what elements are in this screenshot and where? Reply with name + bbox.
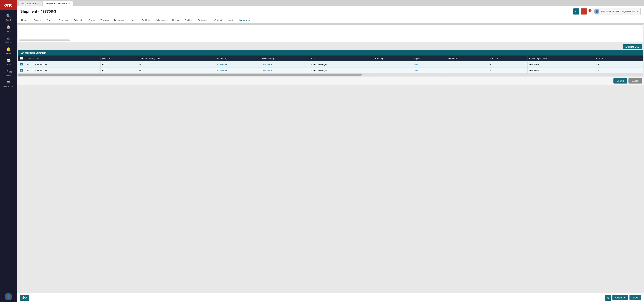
col-checkbox [18, 56, 25, 62]
tab-other-info[interactable]: Other Info [56, 17, 71, 24]
close-button[interactable]: ✕ [581, 8, 587, 14]
row1-sender-link[interactable]: PrivateFleet [216, 63, 227, 66]
tab-messages[interactable]: Messages [237, 17, 253, 24]
tab-packing[interactable]: Packing [182, 17, 195, 24]
sidebar-label-alerts: Alerts [6, 52, 11, 54]
tab-holds[interactable]: Holds [128, 17, 139, 24]
row1-receiver-link[interactable]: CustomerA [262, 63, 272, 66]
row1-sender-org: PrivateFleet [215, 62, 260, 68]
row2-sender-link[interactable]: PrivateFleet [216, 69, 227, 72]
row2-checkbox[interactable] [20, 69, 23, 72]
actions-label: Actions [615, 296, 622, 299]
tab-alerts[interactable]: Alerts [226, 17, 236, 24]
chats-icon: 💬 [6, 58, 11, 63]
sidebar-item-switch[interactable]: ⇄ ⊞ Switch [0, 68, 17, 78]
row2-payload: View [412, 68, 446, 74]
refresh-button[interactable]: ↻ [573, 8, 579, 14]
row2-payload-link[interactable]: View [414, 69, 418, 72]
menus-icon: ☰ [7, 81, 10, 85]
cancel-button[interactable]: Cancel [628, 78, 642, 84]
save-button[interactable]: Save [630, 295, 641, 300]
col-interchange-ctrl: Interchange Ctrl No [528, 56, 594, 62]
col-sender-org: Sender Org [215, 56, 260, 62]
tab-references[interactable]: References [195, 17, 212, 24]
sidebar-item-alerts[interactable]: 🔔 Alerts [0, 45, 17, 56]
sidebar-item-home[interactable]: 🏠 Home [0, 23, 17, 34]
row1-func-ctrl: 159... [594, 62, 643, 68]
col-creation-date: Creation Date [25, 56, 100, 62]
tab-shipment[interactable]: Shipment - 477708-3 ✕ [43, 1, 73, 6]
row1-interchange-ctrl: 000158966 [528, 62, 594, 68]
tab-carrier[interactable]: Carrier [86, 17, 98, 24]
user-avatar-sidebar[interactable]: 👤 [5, 293, 12, 300]
tab-tracking[interactable]: Tracking [98, 17, 112, 24]
sidebar-item-chats[interactable]: 💬 Chats [0, 56, 17, 68]
app-logo[interactable]: one [0, 0, 17, 10]
sidebar-item-problems[interactable]: ⚠ Problems [0, 34, 17, 45]
tab-neo-dashboard[interactable]: Neo Dashboard ✕ [18, 1, 42, 6]
select-all-checkbox[interactable] [20, 57, 23, 60]
actions-button[interactable]: Actions ▼ [612, 295, 628, 300]
row2-error-msg [373, 68, 412, 74]
tab-problems[interactable]: Problems [139, 17, 154, 24]
tab-history[interactable]: History [170, 17, 182, 24]
sidebar-item-menus[interactable]: ☰ Menus/Favs [0, 78, 17, 90]
row1-error-msg [373, 62, 412, 68]
close-shipment-tab[interactable]: ✕ [68, 2, 70, 5]
header-bar: Shipment - 477708-3 ↻ ✕ ≡ ★ 👤 TMS.TRANSP… [17, 6, 644, 17]
bottom-left: 💬➤ [20, 295, 29, 301]
sidebar-label-home: Home [6, 30, 11, 32]
row1-ack-trans: -- [488, 62, 528, 68]
top-tab-bar: Neo Dashboard ✕ Shipment - 477708-3 ✕ [17, 0, 644, 6]
user-dropdown-arrow: ▼ [637, 10, 639, 13]
row1-checkbox[interactable] [20, 63, 23, 66]
col-receiver-org: Receiver Org [260, 56, 309, 62]
switch-sub-icon: ⊞ [9, 70, 12, 74]
row1-creation-date: 01/17/22 2:39 AM CST [25, 62, 100, 68]
tab-schedule[interactable]: Schedule [71, 17, 86, 24]
user-info-panel[interactable]: 👤 TMS.TRANSPORTATION_MANAGER ▼ [592, 8, 640, 15]
problems-icon: ⚠ [7, 36, 10, 40]
col-direction: Direction [100, 56, 137, 62]
copy-button[interactable]: ⧉ [605, 295, 611, 301]
tab-codes[interactable]: Codes [44, 17, 56, 24]
row2-state: Not Acknowledged [309, 68, 373, 74]
export-csv-button[interactable]: Export to CSV [623, 44, 642, 49]
user-name: TMS.TRANSPORTATION_MANAGER [601, 10, 636, 13]
user-avatar: 👤 [594, 9, 600, 14]
tab-milestones[interactable]: Milestones [154, 17, 170, 24]
sidebar-item-search[interactable]: 🔍 Search [0, 12, 17, 23]
search-icon: 🔍 [6, 14, 11, 18]
export-row: Export to CSV [17, 44, 644, 50]
page-title: Shipment - 477708-3 [20, 9, 56, 14]
row1-payload: View [412, 62, 446, 68]
col-payload: Payload [412, 56, 446, 62]
sidebar-label-search: Search [6, 19, 12, 21]
sidebar-label-switch: Switch [6, 74, 11, 76]
row2-receiver-link[interactable]: CustomerA [262, 69, 272, 72]
row1-payload-link[interactable]: View [414, 63, 418, 66]
close-neo-dashboard[interactable]: ✕ [38, 2, 40, 5]
bottom-bar: 💬➤ ⧉ Actions ▼ Save [17, 293, 644, 302]
menu-button[interactable]: ≡ ★ [589, 10, 591, 14]
row1-direction: OUT [100, 62, 137, 68]
top-panel-scrollbar[interactable] [19, 40, 70, 41]
sidebar: one 🔍 Search 🏠 Home ⚠ Problems 🔔 Alerts … [0, 0, 17, 302]
row1-checkbox-cell [18, 62, 25, 68]
submit-button[interactable]: Submit [614, 78, 627, 84]
notification-badge: ★ [588, 8, 592, 12]
home-icon: 🏠 [6, 25, 11, 29]
table-scroll-thumb[interactable] [18, 74, 362, 76]
row2-trans-set: 214 [137, 68, 215, 74]
tab-strip: Header Content Codes Other Info Schedule… [17, 17, 644, 24]
tab-documents[interactable]: Documents [112, 17, 128, 24]
chat-button[interactable]: 💬➤ [20, 295, 29, 301]
tab-contacts[interactable]: Contacts [212, 17, 226, 24]
row1-trans-set: 214 [137, 62, 215, 68]
tab-content[interactable]: Content [31, 17, 44, 24]
row2-receiver-org: CustomerA [260, 68, 309, 74]
alerts-icon: 🔔 [6, 47, 11, 52]
tab-header[interactable]: Header [18, 17, 31, 24]
table-horizontal-scrollbar[interactable] [18, 74, 643, 76]
edi-table: Creation Date Direction Trans Set No/Msg… [18, 56, 643, 74]
